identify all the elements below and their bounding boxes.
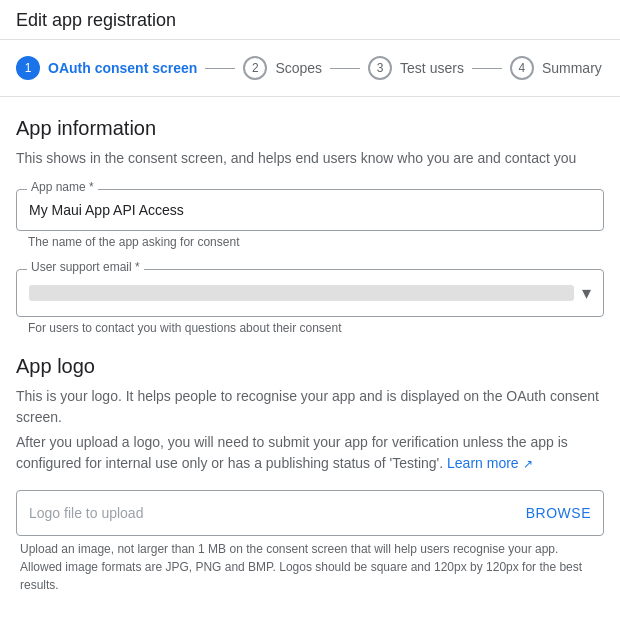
step-2[interactable]: 2 Scopes bbox=[243, 56, 322, 80]
app-name-helper: The name of the app asking for consent bbox=[16, 235, 604, 249]
logo-upload-box: Logo file to upload BROWSE bbox=[16, 490, 604, 536]
app-logo-desc2: After you upload a logo, you will need t… bbox=[16, 432, 604, 474]
app-information-desc: This shows in the consent screen, and he… bbox=[16, 148, 604, 169]
step-4-label: Summary bbox=[542, 60, 602, 76]
step-3-label: Test users bbox=[400, 60, 464, 76]
page-header: Edit app registration bbox=[0, 0, 620, 40]
user-support-email-group: User support email * ▾ For users to cont… bbox=[16, 269, 604, 335]
step-2-label: Scopes bbox=[275, 60, 322, 76]
step-divider-1 bbox=[205, 68, 235, 69]
dropdown-arrow-icon: ▾ bbox=[582, 282, 591, 304]
learn-more-text: Learn more bbox=[447, 455, 519, 471]
browse-button[interactable]: BROWSE bbox=[526, 505, 591, 521]
app-logo-desc1: This is your logo. It helps people to re… bbox=[16, 386, 604, 428]
app-name-label: App name * bbox=[27, 180, 98, 194]
app-name-wrapper: App name * bbox=[16, 189, 604, 231]
logo-helper-text: Upload an image, not larger than 1 MB on… bbox=[16, 540, 604, 594]
user-support-email-wrapper[interactable]: User support email * ▾ bbox=[16, 269, 604, 317]
external-link-icon: ↗ bbox=[523, 457, 533, 471]
user-support-email-label: User support email * bbox=[27, 260, 144, 274]
step-divider-2 bbox=[330, 68, 360, 69]
step-2-circle: 2 bbox=[243, 56, 267, 80]
step-4-circle: 4 bbox=[510, 56, 534, 80]
app-name-input[interactable] bbox=[29, 198, 591, 222]
step-divider-3 bbox=[472, 68, 502, 69]
main-content: App information This shows in the consen… bbox=[0, 97, 620, 614]
stepper: 1 OAuth consent screen 2 Scopes 3 Test u… bbox=[0, 40, 620, 97]
user-support-email-helper: For users to contact you with questions … bbox=[16, 321, 604, 335]
step-1-circle: 1 bbox=[16, 56, 40, 80]
step-3[interactable]: 3 Test users bbox=[368, 56, 464, 80]
page-title: Edit app registration bbox=[16, 10, 604, 31]
step-1-label: OAuth consent screen bbox=[48, 60, 197, 76]
step-4[interactable]: 4 Summary bbox=[510, 56, 602, 80]
user-support-email-value bbox=[29, 285, 574, 301]
step-3-circle: 3 bbox=[368, 56, 392, 80]
step-1[interactable]: 1 OAuth consent screen bbox=[16, 56, 197, 80]
app-logo-title: App logo bbox=[16, 355, 604, 378]
user-support-email-select[interactable]: ▾ bbox=[17, 270, 603, 316]
app-information-title: App information bbox=[16, 117, 604, 140]
logo-upload-placeholder: Logo file to upload bbox=[29, 505, 143, 521]
app-name-group: App name * The name of the app asking fo… bbox=[16, 189, 604, 249]
learn-more-link[interactable]: Learn more ↗ bbox=[447, 455, 532, 471]
